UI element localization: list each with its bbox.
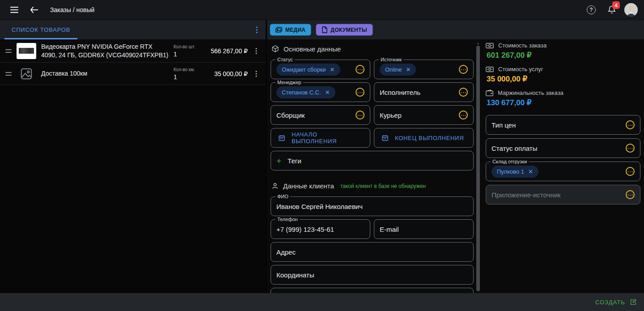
person-icon bbox=[271, 182, 279, 190]
options-icon[interactable]: ⋯ bbox=[459, 88, 468, 97]
footer-bar: СОЗДАТЬ bbox=[0, 293, 644, 311]
assembler-field[interactable]: Сборщик ⋯ bbox=[271, 105, 370, 125]
drag-handle-icon[interactable] bbox=[4, 72, 13, 76]
source-field[interactable]: Источник Online ✕ ⋯ bbox=[374, 60, 474, 79]
remove-chip-icon[interactable]: ✕ bbox=[325, 89, 330, 96]
options-icon[interactable]: ⋯ bbox=[626, 144, 635, 153]
fio-field[interactable]: ФИО Иванов Сергей Николаевич bbox=[271, 196, 474, 216]
email-field[interactable]: E-mail bbox=[374, 219, 474, 239]
drag-handle-icon[interactable] bbox=[4, 49, 13, 53]
warehouse-field[interactable]: Склад отгрузки Пулково 1 ✕ ⋯ bbox=[486, 162, 640, 181]
banknote-icon bbox=[486, 66, 494, 72]
services-cost-label-row: Стоимость услуг bbox=[486, 66, 640, 72]
menu-button[interactable] bbox=[6, 2, 22, 18]
product-row[interactable]: Доставка 100км Кол-во км. 1 35 000,00 ₽ … bbox=[0, 63, 266, 85]
wallet-icon bbox=[486, 89, 493, 96]
page-title: Заказы / новый bbox=[50, 6, 94, 13]
options-icon[interactable]: ⋯ bbox=[626, 190, 635, 199]
qty-label: Кол-во шт. bbox=[174, 44, 203, 49]
options-icon[interactable]: ⋯ bbox=[356, 111, 364, 119]
order-cost-label-row: Стоимость заказа bbox=[486, 42, 640, 49]
order-create-page: Заказы / новый ? 4 СПИСОК ТОВАРОВ ⋮ bbox=[0, 0, 644, 311]
scroll-up-icon[interactable]: ▲ bbox=[476, 41, 480, 45]
manager-chip: Степанов С.С. ✕ bbox=[276, 86, 335, 98]
product-list-menu-icon[interactable]: ⋮ bbox=[250, 20, 264, 39]
media-button[interactable]: МЕДИА bbox=[270, 24, 311, 36]
margin-label-row: Маржинальность заказа bbox=[486, 89, 640, 96]
executor-field[interactable]: Исполнитель ⋯ bbox=[374, 82, 474, 102]
product-row[interactable]: Видеокарта PNY NVIDIA GeForce RTX 4090, … bbox=[0, 39, 266, 63]
source-chip: Online ✕ bbox=[380, 64, 416, 76]
remove-chip-icon[interactable]: ✕ bbox=[330, 66, 335, 73]
help-button[interactable]: ? bbox=[583, 2, 599, 18]
options-icon[interactable]: ⋯ bbox=[626, 120, 635, 129]
qty-value[interactable]: 1 bbox=[174, 51, 203, 58]
status-field[interactable]: Статус Ожидает сборки ✕ ⋯ bbox=[271, 60, 370, 79]
app-source-field: Приложение-источник ⋯ bbox=[486, 185, 640, 204]
document-icon bbox=[322, 26, 327, 33]
status-chip: Ожидает сборки ✕ bbox=[276, 64, 340, 76]
coordinates-field[interactable]: Координаты bbox=[271, 265, 474, 285]
warehouse-chip: Пулково 1 ✕ bbox=[491, 166, 538, 178]
top-bar: Заказы / новый ? 4 bbox=[0, 0, 644, 20]
options-icon[interactable]: ⋯ bbox=[356, 88, 364, 97]
image-placeholder-icon bbox=[16, 65, 37, 82]
options-icon[interactable]: ⋯ bbox=[459, 111, 468, 119]
avatar[interactable] bbox=[624, 3, 638, 17]
create-button[interactable]: СОЗДАТЬ bbox=[595, 298, 637, 306]
media-icon bbox=[275, 27, 282, 33]
product-title: Видеокарта PNY NVIDIA GeForce RTX 4090, … bbox=[41, 43, 174, 59]
phone-field[interactable]: Телефон +7 (999) 123-45-61 bbox=[271, 219, 370, 239]
main-data-section-header: Основные данные bbox=[271, 45, 473, 53]
product-price: 35 000,00 ₽ bbox=[203, 70, 250, 77]
options-icon[interactable]: ⋯ bbox=[356, 65, 364, 74]
attachment-toolbar: МЕДИА ДОКУМЕНТЫ bbox=[267, 20, 483, 39]
product-list-panel: Видеокарта PNY NVIDIA GeForce RTX 4090, … bbox=[0, 39, 267, 293]
calendar-icon bbox=[278, 134, 285, 141]
inn-field[interactable]: ИНН bbox=[271, 288, 474, 293]
hamburger-icon bbox=[10, 7, 18, 13]
end-date-button[interactable]: КОНЕЦ ВЫПОЛНЕНИЯ bbox=[374, 128, 474, 148]
services-cost-value: 35 000,00 ₽ bbox=[487, 74, 640, 84]
edit-icon bbox=[630, 298, 637, 306]
toolbar-strip: СПИСОК ТОВАРОВ ⋮ МЕДИА ДОКУМЕНТЫ bbox=[0, 20, 644, 39]
order-summary-panel: Стоимость заказа 601 267,00 ₽ Стоимость … bbox=[483, 39, 644, 293]
remove-chip-icon[interactable]: ✕ bbox=[406, 66, 411, 73]
back-button[interactable] bbox=[26, 2, 42, 18]
product-menu-icon[interactable]: ⋮ bbox=[250, 69, 263, 78]
address-field[interactable]: Адрес bbox=[271, 242, 474, 262]
courier-field[interactable]: Курьер ⋯ bbox=[374, 105, 474, 125]
product-title: Доставка 100км bbox=[41, 69, 174, 77]
order-form-panel: Основные данные Статус Ожидает сборки ✕ … bbox=[267, 39, 483, 293]
documents-button[interactable]: ДОКУМЕНТЫ bbox=[316, 24, 373, 36]
options-icon[interactable]: ⋯ bbox=[626, 167, 635, 176]
products-tab-bar: СПИСОК ТОВАРОВ ⋮ bbox=[0, 20, 267, 39]
client-data-section-header: Данные клиента такой клиент в базе не об… bbox=[271, 182, 473, 190]
qty-value[interactable]: 1 bbox=[174, 73, 203, 81]
cube-icon bbox=[271, 45, 279, 53]
tab-product-list[interactable]: СПИСОК ТОВАРОВ bbox=[4, 20, 77, 39]
scrollbar-thumb[interactable] bbox=[476, 46, 480, 291]
calendar-icon bbox=[381, 134, 389, 141]
remove-chip-icon[interactable]: ✕ bbox=[528, 168, 533, 175]
product-menu-icon[interactable]: ⋮ bbox=[250, 47, 263, 55]
qty-label: Кол-во км. bbox=[174, 67, 203, 72]
form-scrollbar[interactable]: ▲ bbox=[476, 41, 480, 293]
price-type-field[interactable]: Тип цен ⋯ bbox=[486, 115, 640, 135]
banknote-icon bbox=[486, 43, 494, 49]
tags-field[interactable]: + Теги bbox=[271, 151, 474, 170]
notifications-button[interactable]: 4 bbox=[604, 2, 620, 18]
notification-badge: 4 bbox=[612, 1, 620, 9]
help-icon: ? bbox=[587, 5, 596, 14]
options-icon[interactable]: ⋯ bbox=[459, 65, 468, 74]
margin-value: 130 677,00 ₽ bbox=[487, 98, 640, 107]
plus-icon: + bbox=[276, 157, 281, 165]
order-cost-value: 601 267,00 ₽ bbox=[487, 51, 640, 60]
client-not-found-notice: такой клиент в базе не обнаружен bbox=[340, 183, 426, 189]
manager-field[interactable]: Менеджер Степанов С.С. ✕ ⋯ bbox=[271, 82, 370, 102]
payment-status-field[interactable]: Статус оплаты ⋯ bbox=[486, 138, 640, 158]
product-thumbnail bbox=[16, 43, 37, 60]
back-arrow-icon bbox=[30, 7, 38, 13]
start-date-button[interactable]: НАЧАЛО ВЫПОЛНЕНИЯ bbox=[271, 128, 370, 148]
product-price: 566 267,00 ₽ bbox=[203, 47, 250, 55]
